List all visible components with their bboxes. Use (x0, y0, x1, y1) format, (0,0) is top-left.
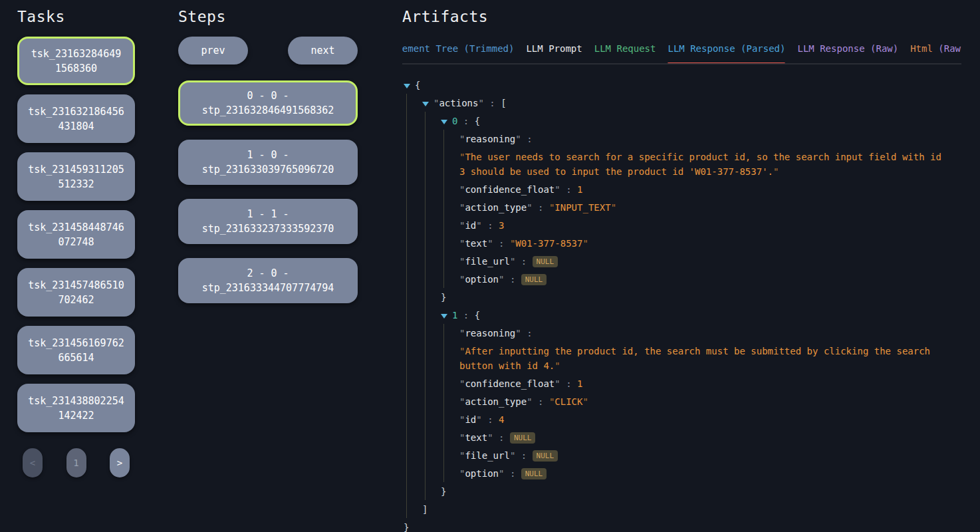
tree-row: "file_url" : NULL (444, 252, 942, 270)
task-button[interactable]: tsk_231632186456431804 (17, 94, 135, 143)
tree-token: CLICK (554, 396, 582, 407)
collapse-arrow-icon[interactable] (441, 120, 447, 124)
collapse-arrow-icon[interactable] (404, 84, 410, 88)
tree-token: : (484, 98, 501, 108)
tree-row: "confidence_float" : 1 (444, 180, 942, 198)
artifact-tab[interactable]: LLM Request (594, 43, 656, 63)
task-button[interactable]: tsk_231438802254142422 (17, 384, 135, 432)
tree-token: 4 (499, 414, 504, 425)
step-button[interactable]: 0 - 0 - stp_231632846491568362 (178, 80, 358, 126)
artifacts-panel: Artifacts Element Tree (Trimmed)LLM Prom… (402, 7, 961, 532)
steps-panel: Steps prev next 0 - 0 - stp_231632846491… (178, 7, 359, 317)
tree-row: 0 : { (426, 112, 942, 130)
page-next-button[interactable]: > (110, 448, 130, 477)
tasks-pagination: <1> (17, 448, 135, 477)
tree-token: option (465, 468, 499, 479)
tree-token: action_type (465, 396, 527, 407)
tree-row: "id" : 4 (444, 410, 942, 428)
tree-token: " (476, 220, 481, 231)
task-button[interactable]: tsk_231459311205512332 (17, 152, 135, 201)
tree-token: : (493, 432, 510, 443)
steps-title: Steps (178, 7, 359, 27)
json-tree: {"actions" : [0 : {"reasoning" :"The use… (402, 76, 942, 532)
step-button[interactable]: 1 - 1 - stp_231633237333592370 (178, 199, 358, 244)
prev-step-button[interactable]: prev (178, 37, 248, 65)
tree-token: text (465, 238, 487, 249)
artifact-tab[interactable]: LLM Prompt (526, 43, 582, 63)
tree-row: { (402, 76, 942, 94)
tree-token: " (554, 360, 560, 371)
tree-token: option (465, 274, 499, 285)
tree-row: "reasoning" : (444, 130, 942, 148)
tree-token: " (476, 414, 481, 425)
artifacts-title: Artifacts (402, 7, 961, 27)
artifact-tab[interactable]: Html (Raw) (910, 43, 961, 63)
tree-token: " (554, 378, 560, 389)
tree-token: 1 (577, 378, 582, 389)
artifact-tab[interactable]: Element Tree (Trimmed) (402, 43, 514, 63)
tree-row: "After inputting the product id, the sea… (444, 342, 942, 374)
tree-row: "The user needs to search for a specific… (444, 148, 942, 180)
tree-row: ] (407, 500, 942, 518)
tree-token: INPUT_TEXT (554, 202, 610, 213)
tree-row: "option" : NULL (444, 270, 942, 288)
tree-token: " (487, 432, 493, 443)
task-button[interactable]: tsk_231457486510702462 (17, 268, 135, 317)
next-step-button[interactable]: next (288, 37, 358, 65)
step-button[interactable]: 1 - 0 - stp_231633039765096720 (178, 140, 358, 185)
tree-token: reasoning (465, 328, 515, 338)
tree-token: actions (439, 98, 478, 108)
tree-children: "reasoning" :"After inputting the produc… (443, 324, 942, 482)
tree-token: text (465, 432, 487, 443)
tree-token: file_url (465, 450, 509, 461)
task-button[interactable]: tsk_231458448746072748 (17, 210, 135, 259)
null-badge: NULL (510, 432, 536, 444)
step-button[interactable]: 2 - 0 - stp_231633344707774794 (178, 258, 358, 303)
tree-token: The user needs to search for a specific … (459, 152, 941, 177)
task-button[interactable]: tsk_231632846491568360 (17, 37, 135, 85)
tree-token: } (441, 486, 446, 497)
tree-row: "reasoning" : (444, 324, 942, 342)
tasks-panel: Tasks tsk_231632846491568360tsk_23163218… (17, 7, 135, 477)
tree-token: " (478, 98, 483, 108)
tree-token: " (554, 184, 560, 195)
tree-token: " (527, 396, 532, 407)
tree-token: : (560, 184, 577, 195)
tree-token: : (515, 256, 532, 267)
tree-token: " (515, 134, 521, 144)
tree-token: : (521, 328, 533, 338)
tab-label-suffix: (Raw) (933, 43, 961, 54)
tree-token: : (482, 414, 499, 425)
tree-token: reasoning (465, 134, 515, 144)
artifact-tab[interactable]: LLM Response (Parsed) (668, 43, 785, 63)
tree-token: confidence_float (465, 184, 554, 195)
collapse-arrow-icon[interactable] (441, 314, 447, 319)
tree-row: "confidence_float" : 1 (444, 374, 942, 392)
tree-token: : (533, 202, 549, 213)
artifact-tab[interactable]: LLM Response (Raw) (797, 43, 898, 63)
page-number-button[interactable]: 1 (66, 448, 86, 477)
null-badge: NULL (521, 274, 547, 285)
tree-token: " (582, 238, 588, 249)
task-list: tsk_231632846491568360tsk_23163218645643… (17, 37, 135, 432)
tree-token: : (493, 238, 510, 249)
null-badge: NULL (521, 468, 547, 479)
tree-token: : (521, 134, 533, 144)
tree-token: : (482, 220, 499, 231)
tree-row: "file_url" : NULL (444, 446, 942, 464)
tree-token: After inputting the product id, the sear… (459, 346, 930, 371)
tree-token: " (773, 166, 779, 177)
tree-row: 1 : { (426, 306, 942, 324)
page-prev-button: < (23, 448, 43, 477)
tree-token: action_type (465, 202, 527, 213)
tree-row: "option" : NULL (444, 464, 942, 482)
tasks-title: Tasks (17, 7, 135, 27)
task-button[interactable]: tsk_231456169762665614 (17, 326, 135, 374)
step-list: 0 - 0 - stp_2316328464915683621 - 0 - st… (178, 80, 359, 303)
tree-token: 1 (577, 184, 582, 195)
tree-children: "actions" : [0 : {"reasoning" :"The user… (406, 94, 942, 518)
tree-row: "id" : 3 (444, 216, 942, 234)
null-badge: NULL (533, 256, 558, 267)
collapse-arrow-icon[interactable] (422, 102, 429, 106)
tree-token: { (475, 116, 480, 126)
